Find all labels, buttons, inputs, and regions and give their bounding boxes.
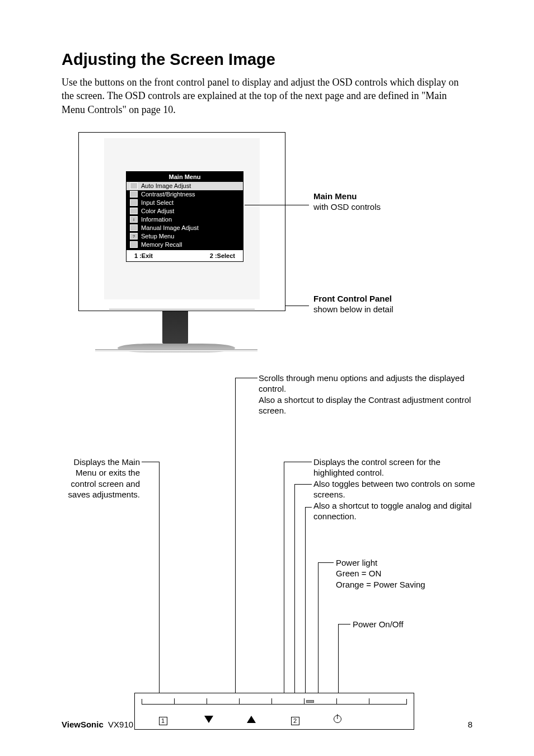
leader-line <box>294 484 312 485</box>
square-1-icon: 1 <box>159 717 167 725</box>
panel-divider <box>271 698 272 704</box>
bezel-line <box>109 309 255 309</box>
page-title: Adjusting the Screen Image <box>62 50 472 69</box>
osd-item-label: Information <box>141 216 172 223</box>
callout-btn2a: Displays the control screen for the high… <box>313 457 476 478</box>
osd-footer-select: 2 :Select <box>210 252 235 259</box>
callout-btn1-text: Displays the Main Menu or exits the cont… <box>68 457 140 500</box>
callout-scroll-line1: Scrolls through menu options and adjusts… <box>259 373 483 395</box>
leader-line <box>285 306 309 306</box>
leader-line <box>338 624 339 694</box>
panel-divider <box>369 698 369 704</box>
osd-menu-title: Main Menu <box>127 172 243 182</box>
panel-btn-1[interactable]: 1 <box>140 715 185 726</box>
panel-divider <box>174 698 175 704</box>
callout-btn2b: Also toggles between two controls on som… <box>313 478 476 500</box>
leader-line <box>338 624 350 624</box>
leader-line <box>305 507 312 508</box>
osd-menu: Main Menu Auto Image Adjust Contrast/Bri… <box>126 171 243 262</box>
callout-power-light-save: Orange = Power Saving <box>336 579 476 590</box>
panel-divider <box>207 698 207 704</box>
osd-item-label: Input Select <box>141 199 174 206</box>
callout-btn2c: Also a shortcut to toggle analog and dig… <box>313 500 476 522</box>
square-2-icon: 2 <box>291 717 299 725</box>
callout-scroll: Scrolls through menu options and adjusts… <box>259 373 483 416</box>
footer-model: VX910 <box>108 720 133 729</box>
callout-power-onoff-text: Power On/Off <box>353 619 404 629</box>
power-led-icon <box>306 700 314 703</box>
callout-front-panel-desc: shown below in detail <box>313 304 459 315</box>
osd-item-label: Contrast/Brightness <box>141 191 195 198</box>
leader-line <box>235 378 236 694</box>
osd-item-auto-image: Auto Image Adjust <box>127 182 243 190</box>
callout-btn2: Displays the control screen for the high… <box>313 457 476 522</box>
leader-line <box>318 562 318 694</box>
callout-main-menu-title: Main Menu <box>313 191 459 202</box>
osd-item-label: Setup Menu <box>141 233 174 240</box>
callout-power-light: Power light Green = ON Orange = Power Sa… <box>336 557 476 590</box>
power-icon <box>334 715 341 723</box>
osd-item-memory-recall: Memory Recall <box>127 241 243 249</box>
panel-bracket <box>142 699 407 705</box>
osd-item-label: Memory Recall <box>141 241 182 248</box>
panel-divider <box>239 698 240 704</box>
monitor-figure: Main Menu Auto Image Adjust Contrast/Bri… <box>62 132 472 367</box>
panel-btn-2[interactable]: 2 <box>273 715 317 726</box>
leader-line <box>245 205 309 205</box>
leader-line <box>159 462 160 694</box>
osd-menu-footer: 1 :Exit 2 :Select <box>127 249 243 261</box>
callout-power-onoff: Power On/Off <box>353 619 465 630</box>
intro-paragraph: Use the buttons on the front control pan… <box>62 76 472 116</box>
callout-power-light-on: Green = ON <box>336 568 476 579</box>
osd-item-contrast: Contrast/Brightness <box>127 190 243 199</box>
footer: ViewSonic VX910 <box>62 720 133 729</box>
page-number: 8 <box>468 720 472 729</box>
monitor-base-shadow <box>95 349 257 351</box>
triangle-up-icon <box>247 716 256 723</box>
leader-line <box>284 462 284 694</box>
leader-line <box>235 378 257 378</box>
callout-btn1: Displays the Main Menu or exits the cont… <box>62 457 140 500</box>
panel-btn-power[interactable] <box>315 715 360 726</box>
callout-scroll-line2: Also a shortcut to display the Contrast … <box>259 395 483 416</box>
osd-footer-exit: 1 :Exit <box>134 252 153 259</box>
triangle-down-icon <box>204 716 213 723</box>
panel-divider <box>336 698 337 704</box>
osd-item-manual-image: Manual Image Adjust <box>127 224 243 232</box>
osd-item-input-select: Input Select <box>127 199 243 207</box>
monitor-neck <box>162 311 188 344</box>
leader-line <box>305 507 306 694</box>
osd-item-label: Color Adjust <box>141 208 174 214</box>
callout-power-light-title: Power light <box>336 557 476 569</box>
leader-line <box>284 462 312 462</box>
panel-divider <box>304 698 305 704</box>
panel-btn-up[interactable] <box>229 715 274 726</box>
callout-front-panel: Front Control Panel shown below in detai… <box>313 293 459 315</box>
leader-line <box>142 462 159 462</box>
callout-main-menu: Main Menu with OSD controls <box>313 191 459 213</box>
front-panel-figure: Scrolls through menu options and adjusts… <box>62 367 472 736</box>
leader-line <box>294 484 295 694</box>
leader-line <box>318 562 334 563</box>
osd-item-setup-menu: Setup Menu <box>127 232 243 241</box>
footer-brand: ViewSonic <box>62 720 104 729</box>
osd-item-color-adjust: Color Adjust <box>127 207 243 215</box>
front-control-panel: 1 2 <box>134 693 414 730</box>
panel-btn-down[interactable] <box>186 715 231 726</box>
callout-main-menu-desc: with OSD controls <box>313 201 459 213</box>
callout-front-panel-title: Front Control Panel <box>313 293 459 304</box>
osd-item-information: Information <box>127 215 243 224</box>
osd-item-label: Auto Image Adjust <box>141 182 191 189</box>
osd-item-label: Manual Image Adjust <box>141 224 199 231</box>
